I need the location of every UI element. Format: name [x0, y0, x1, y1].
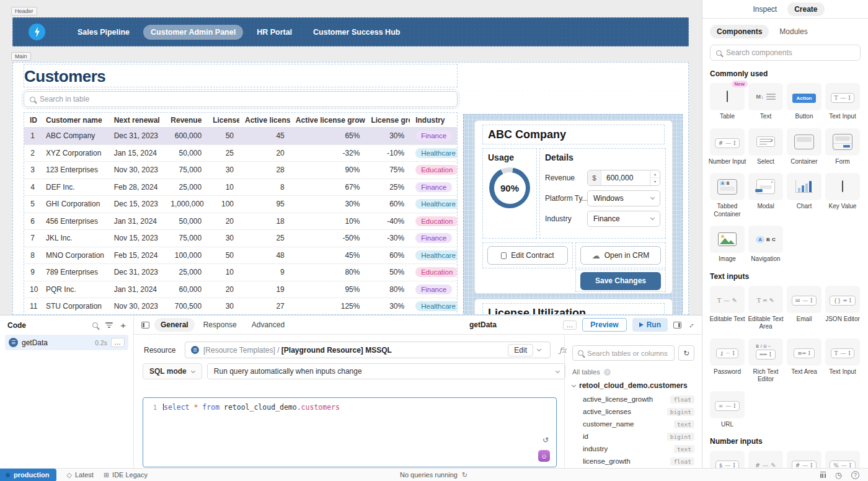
component-table[interactable]: NewTable [710, 83, 745, 121]
component-navigation[interactable]: ABCNavigation [748, 226, 783, 263]
version-selector[interactable]: ◇ Latest [66, 471, 93, 479]
column-header-licenses[interactable]: Licenses [207, 116, 239, 125]
header-frame-tag[interactable]: Header [11, 7, 37, 15]
table-row[interactable]: 3123 EnterprisesNov 30, 202375,000302890… [24, 162, 457, 179]
component-rich-text-editor[interactable]: B / U ~══ IRich Text Editor [748, 338, 783, 384]
column-header-next-renewal[interactable]: Next renewal [108, 116, 166, 125]
table-row[interactable]: 9789 EnterprisesDec 31, 202325,00010980%… [24, 264, 457, 281]
component-editable-text-area[interactable]: T ═ ✎Editable Text Area [748, 286, 783, 331]
component-key-value[interactable]: Key Value [825, 173, 860, 218]
sql-mode-select[interactable]: SQL mode [143, 363, 202, 379]
info-icon[interactable]: ? [604, 369, 611, 376]
stepper-down-icon[interactable]: ▾ [650, 178, 660, 185]
component-button[interactable]: ActionButton [787, 83, 822, 121]
table-row[interactable]: 8MNO CorporationFeb 15, 2024100,00050484… [24, 247, 457, 265]
table-row[interactable]: 5GHI CorporationDec 15, 20231,000,000100… [24, 196, 457, 213]
toggle-right-panel-icon[interactable] [673, 322, 681, 329]
table-row[interactable]: 10PQR Inc.Jan 31, 202460,000201995%80%Fi… [24, 281, 457, 299]
tab-create[interactable]: Create [787, 2, 824, 16]
ide-mode-selector[interactable]: ⊞ IDE Legacy [104, 471, 148, 479]
run-mode-select[interactable]: Run query automatically when inputs chan… [207, 363, 565, 379]
tab-advanced[interactable]: Advanced [246, 318, 291, 332]
nav-item-customer-admin-panel[interactable]: Customer Admin Panel [143, 25, 243, 40]
resource-select[interactable]: ☰ [Resource Templates] / [Playground Res… [185, 342, 551, 358]
column-header-active-licenses[interactable]: Active licenses [239, 116, 290, 125]
environment-badge[interactable]: production [0, 469, 56, 481]
edit-resource-button[interactable]: Edit [508, 344, 533, 356]
component-number-input[interactable]: # — INumber Input [710, 128, 745, 166]
nav-item-sales-pipeline[interactable]: Sales Pipeline [70, 25, 137, 40]
component-url[interactable]: ∞ — IURL [710, 391, 745, 429]
column-header-customer-name[interactable]: Customer name [40, 116, 108, 125]
preview-button[interactable]: Preview [582, 318, 626, 332]
query-options-icon[interactable]: … [563, 320, 577, 330]
filter-icon[interactable] [105, 322, 113, 328]
component-modal[interactable]: ×Modal [748, 173, 783, 218]
sql-code-editor[interactable]: 1 select * from retool_cloud_demo.custom… [143, 397, 557, 467]
table-row[interactable]: 11STU CorporationNov 30, 2023700,5003027… [24, 298, 457, 315]
tab-inspect[interactable]: Inspect [746, 2, 784, 16]
table-row[interactable]: 2XYZ CorporationJan 15, 202450,0002520-3… [24, 145, 457, 162]
page-title[interactable]: Customers [24, 64, 458, 87]
save-changes-button[interactable]: Save Changes [580, 272, 661, 290]
component-select[interactable]: ▾✓Select [748, 128, 783, 166]
main-frame-tag[interactable]: Main [11, 52, 31, 61]
help-icon[interactable]: ? [851, 471, 859, 479]
component-email[interactable]: ✉ — IEmail [787, 286, 822, 331]
sync-icon[interactable]: ↻ [462, 472, 467, 479]
app-header-bar[interactable]: Sales PipelineCustomer Admin PanelHR Por… [12, 17, 689, 46]
schema-field-row[interactable]: license_growthfloat [583, 455, 694, 467]
component-container[interactable]: Container [787, 128, 822, 166]
query-menu-icon[interactable]: … [111, 338, 125, 347]
edit-contract-button[interactable]: Edit Contract [487, 246, 568, 265]
component-editable-text[interactable]: T — ✎Editable Text [710, 286, 745, 331]
nav-item-customer-success-hub[interactable]: Customer Success Hub [306, 25, 407, 40]
component-editable-number[interactable]: # — ✎Editable Number [748, 451, 783, 468]
customers-table[interactable]: IDCustomer nameNext renewalRevenueLicens… [24, 112, 458, 315]
add-query-icon[interactable]: + [120, 320, 126, 330]
subtab-modules[interactable]: Modules [773, 25, 814, 38]
history-icon[interactable]: ◷ [835, 471, 842, 479]
table-row[interactable]: 6456 EnterprisesJan 31, 202450,000201810… [24, 213, 457, 231]
table-row[interactable]: 1ABC CompanyDec 31, 2023600,000504565%30… [24, 128, 457, 145]
component-percent[interactable]: % — IPercent [825, 451, 860, 468]
table-row[interactable]: 7JKL Inc.Nov 15, 202375,0003025-50%-30%F… [24, 230, 457, 247]
column-header-id[interactable]: ID [24, 116, 40, 125]
expand-icon[interactable]: ↔ [685, 319, 696, 330]
query-list-item-getdata[interactable]: ☰ getData 0.2s … [5, 335, 128, 350]
schema-search-input[interactable]: Search tables or columns [572, 345, 675, 361]
nav-item-hr-portal[interactable]: HR Portal [249, 25, 299, 40]
open-in-crm-button[interactable]: ☁ Open in CRM [580, 246, 661, 265]
schema-field-row[interactable]: industrytext [583, 443, 694, 455]
component-search-input[interactable]: Search components [710, 45, 861, 61]
table-row[interactable]: 4DEF Inc.Feb 28, 202425,00010867%25%Fina… [24, 179, 457, 196]
component-password[interactable]: ⚷ ·· IPassword [710, 338, 745, 384]
component-currency[interactable]: $ — ICurrency [710, 451, 745, 468]
code-search-icon[interactable] [92, 322, 98, 328]
tab-response[interactable]: Response [197, 318, 243, 332]
component-form[interactable]: Form [825, 128, 860, 166]
schema-field-row[interactable]: active_licensesbigint [583, 405, 694, 418]
component-number-input[interactable]: # — INumber Input [787, 451, 822, 468]
debug-tools-icon[interactable] [820, 472, 826, 478]
toggle-sidebar-icon[interactable] [141, 322, 149, 329]
revert-icon[interactable]: ↺ [542, 436, 549, 444]
revenue-number-input[interactable]: $600,000▴▾ [587, 170, 660, 186]
subtab-components[interactable]: Components [710, 25, 769, 38]
run-button[interactable]: Run [632, 318, 668, 332]
tab-general[interactable]: General [154, 318, 195, 332]
column-header-license-growth[interactable]: License growth [365, 116, 410, 125]
table-search-input[interactable]: Search in table [24, 91, 458, 107]
component-json-editor[interactable]: {} ═ IJSON Editor [825, 286, 860, 331]
schema-field-row[interactable]: customer_nametext [583, 418, 694, 430]
industry-select[interactable]: Finance [587, 211, 660, 227]
component-text[interactable]: M↓Text [748, 83, 783, 121]
ai-assistant-button[interactable]: ☺ [538, 450, 550, 462]
schema-table-row[interactable]: retool_cloud_demo.customers [572, 381, 694, 390]
component-text-input[interactable]: T — IText Input [825, 83, 860, 121]
column-header-industry[interactable]: Industry [410, 116, 457, 125]
component-chart[interactable]: Chart [787, 173, 822, 218]
column-header-active-license-growth[interactable]: Active license growth [290, 116, 366, 125]
number-stepper[interactable]: ▴▾ [650, 170, 660, 185]
column-header-revenue[interactable]: Revenue [165, 116, 207, 125]
